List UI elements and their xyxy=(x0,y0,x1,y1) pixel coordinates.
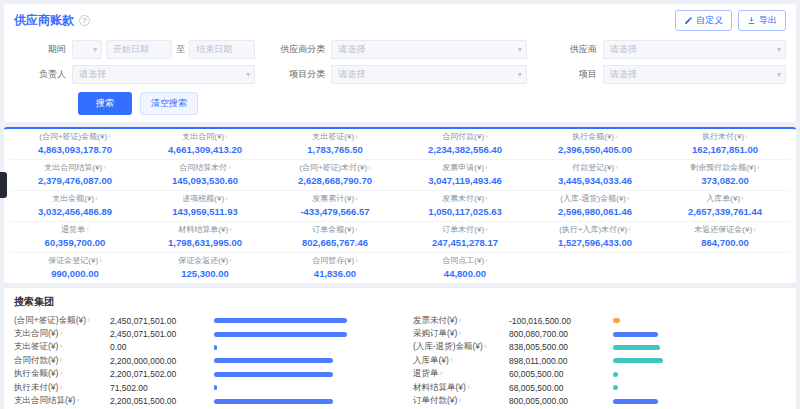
owner-select[interactable]: 请选择 ▾ xyxy=(72,65,255,84)
stat-cell[interactable]: 执行金额(¥)› 2,396,550,405.00 xyxy=(530,129,660,160)
metric-label[interactable]: 执行金额(¥)› xyxy=(14,368,110,380)
metric-label[interactable]: (合同+签证)金额(¥)› xyxy=(14,315,110,327)
metric-label[interactable]: 材料结算单(¥)› xyxy=(413,382,509,394)
period-type-select[interactable]: ▾ xyxy=(72,40,102,59)
export-label: 导出 xyxy=(759,14,777,27)
stat-label: 入库单(¥)› xyxy=(662,194,788,204)
chevron-right-icon: › xyxy=(485,163,488,172)
stats-grid: (合同+签证)金额(¥)› 4,863,093,178.70 支出合同(¥)› … xyxy=(10,129,790,283)
project-category-select[interactable]: 请选择 ▾ xyxy=(331,65,526,84)
owner-label: 负责人 xyxy=(14,68,72,81)
stat-value: 143,959,511.93 xyxy=(142,206,268,217)
stat-label: 支出金额(¥)› xyxy=(12,194,138,204)
stat-cell[interactable]: 支出合同(¥)› 4,661,309,413.20 xyxy=(140,129,270,160)
stat-cell[interactable]: 发票未付(¥)› 1,050,117,025.63 xyxy=(400,191,530,222)
chevron-right-icon: › xyxy=(450,355,453,365)
metric-row: 发票未付(¥)› -100,016,500.00 xyxy=(413,314,786,327)
stat-cell[interactable]: 合同付款(¥)› 2,234,382,556.40 xyxy=(400,129,530,160)
stat-cell[interactable]: 未返还保证金(¥)› 864,700.00 xyxy=(660,222,790,253)
stat-cell[interactable]: 订单金额(¥)› 802,665,767.46 xyxy=(270,222,400,253)
stat-cell[interactable]: 保证金返还(¥)› 125,300.00 xyxy=(140,253,270,283)
stat-cell[interactable]: 合同点工(¥)› 44,800.00 xyxy=(400,253,530,283)
metric-value: 800,005,000.00 xyxy=(509,396,613,406)
drawer-handle[interactable] xyxy=(0,172,7,198)
stat-value: 2,396,550,405.00 xyxy=(532,144,658,155)
header-actions: 自定义 导出 xyxy=(675,10,786,31)
metric-bar-track xyxy=(214,345,387,350)
stat-cell[interactable]: 合同结算未付› 145,093,530.60 xyxy=(140,160,270,191)
clear-search-button[interactable]: 清空搜索 xyxy=(140,92,198,115)
start-date-input[interactable]: 开始日期 xyxy=(106,40,172,59)
project-placeholder: 请选择 xyxy=(610,68,637,81)
metric-bar-track xyxy=(214,399,387,404)
metric-value: 71,502.00 xyxy=(110,383,214,393)
owner-placeholder: 请选择 xyxy=(79,68,106,81)
stat-cell[interactable]: (合同+签证)未付(¥)› 2,628,668,790.70 xyxy=(270,160,400,191)
group-title: 搜索集团 xyxy=(14,295,786,309)
chevron-right-icon: › xyxy=(458,395,461,405)
stat-cell[interactable]: 支出合同结算(¥)› 2,379,476,087.00 xyxy=(10,160,140,191)
stat-cell[interactable]: 入库单(¥)› 2,657,339,761.44 xyxy=(660,191,790,222)
metric-label[interactable]: 退货单› xyxy=(413,368,509,380)
stat-label: 支出合同(¥)› xyxy=(142,132,268,142)
metric-bar-track xyxy=(214,332,387,337)
metric-label[interactable]: 支出签证(¥)› xyxy=(14,341,110,353)
stat-cell[interactable]: 发票申请(¥)› 3,047,119,493.46 xyxy=(400,160,530,191)
stat-cell[interactable]: 发票累计(¥)› -433,479,566.57 xyxy=(270,191,400,222)
stat-label: 未返还保证金(¥)› xyxy=(662,225,788,235)
chevron-right-icon: › xyxy=(229,225,232,234)
metric-label[interactable]: 发票未付(¥)› xyxy=(413,315,509,327)
stat-cell[interactable]: 合同暂存(¥)› 41,836.00 xyxy=(270,253,400,283)
breakdown-col-right: 发票未付(¥)› -100,016,500.00 采购订单(¥)› 800,08… xyxy=(413,314,786,409)
stat-cell[interactable]: 支出金额(¥)› 3,032,456,486.89 xyxy=(10,191,140,222)
header-card: 供应商账款 ? 自定义 导出 期间 ▾ xyxy=(4,4,796,122)
stat-value: 60,359,700.00 xyxy=(12,237,138,248)
project-select[interactable]: 请选择 ▾ xyxy=(603,65,786,84)
stat-cell[interactable]: (合同+签证)金额(¥)› 4,863,093,178.70 xyxy=(10,129,140,160)
stat-cell[interactable]: 剩余预付款金额(¥)› 373,082.00 xyxy=(660,160,790,191)
metric-label[interactable]: 执行未付(¥)› xyxy=(14,382,110,394)
metric-row: 支出签证(¥)› 0.00 xyxy=(14,341,387,354)
filter-supplier-category: 供应商分类 请选择 ▾ xyxy=(273,40,526,59)
export-button[interactable]: 导出 xyxy=(738,10,786,31)
metric-value: 0.00 xyxy=(110,342,214,352)
metric-label[interactable]: 采购订单(¥)› xyxy=(413,328,509,340)
metric-label[interactable]: (入库-退货)金额(¥)› xyxy=(413,341,509,353)
stat-cell[interactable]: (执行+入库)未付(¥)› 1,527,596,433.00 xyxy=(530,222,660,253)
metric-bar xyxy=(214,318,347,323)
supplier-category-select[interactable]: 请选择 ▾ xyxy=(331,40,526,59)
metric-value: -100,016,500.00 xyxy=(509,316,613,326)
stat-value: 4,863,093,178.70 xyxy=(12,144,138,155)
stat-cell[interactable]: 付款登记(¥)› 3,445,934,033.46 xyxy=(530,160,660,191)
stat-cell[interactable]: 订单未付(¥)› 247,451,278.17 xyxy=(400,222,530,253)
metric-label[interactable]: 支出合同(¥)› xyxy=(14,328,110,340)
project-category-label: 项目分类 xyxy=(273,68,331,81)
stat-cell[interactable]: 退货单› 60,359,700.00 xyxy=(10,222,140,253)
metric-label[interactable]: 合同付款(¥)› xyxy=(14,355,110,367)
metric-value: 2,200,000,000.00 xyxy=(110,356,214,366)
metric-bar xyxy=(613,385,618,390)
stat-cell[interactable]: 材料结算单(¥)› 1,798,631,995.00 xyxy=(140,222,270,253)
search-button[interactable]: 搜索 xyxy=(78,92,132,115)
stat-cell[interactable]: 保证金登记(¥)› 990,000.00 xyxy=(10,253,140,283)
customize-button[interactable]: 自定义 xyxy=(675,10,732,31)
chevron-right-icon: › xyxy=(225,132,228,141)
stat-cell[interactable]: 执行未付(¥)› 162,167,851.00 xyxy=(660,129,790,160)
metric-label[interactable]: 入库单(¥)› xyxy=(413,355,509,367)
end-date-input[interactable]: 结束日期 xyxy=(189,40,255,59)
help-icon[interactable]: ? xyxy=(79,15,90,26)
supplier-select[interactable]: 请选择 ▾ xyxy=(603,40,786,59)
stat-cell[interactable]: 进项税额(¥)› 143,959,511.93 xyxy=(140,191,270,222)
stat-label: (合同+签证)金额(¥)› xyxy=(12,132,138,142)
stat-cell[interactable]: (入库-退货)金额(¥)› 2,596,980,061.46 xyxy=(530,191,660,222)
filter-bar: 期间 ▾ 开始日期 至 结束日期 供应商分类 xyxy=(14,40,786,84)
metric-label[interactable]: 订单付款(¥)› xyxy=(413,395,509,407)
chevron-right-icon: › xyxy=(99,256,102,265)
filter-supplier: 供应商 请选择 ▾ xyxy=(545,40,786,59)
chevron-right-icon: › xyxy=(59,355,62,365)
metric-bar-track xyxy=(214,385,387,390)
stat-value: 373,082.00 xyxy=(662,175,788,186)
stat-cell[interactable]: 支出签证(¥)› 1,783,765.50 xyxy=(270,129,400,160)
metric-label[interactable]: 支出合同结算(¥)› xyxy=(14,395,110,407)
chevron-right-icon: › xyxy=(59,382,62,392)
